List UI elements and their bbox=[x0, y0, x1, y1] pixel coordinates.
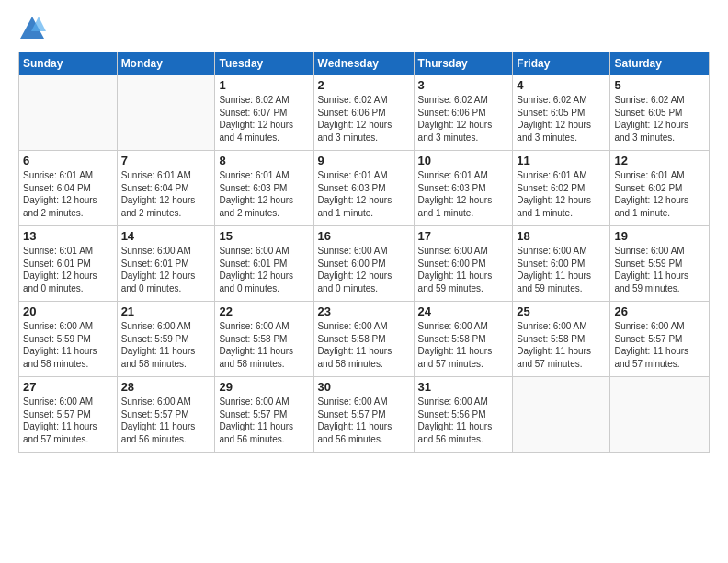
calendar-cell bbox=[513, 377, 610, 453]
calendar-week-1: 1Sunrise: 6:02 AM Sunset: 6:07 PM Daylig… bbox=[19, 75, 710, 151]
calendar-week-3: 13Sunrise: 6:01 AM Sunset: 6:01 PM Dayli… bbox=[19, 226, 710, 302]
day-header-sunday: Sunday bbox=[19, 52, 118, 75]
calendar-cell: 27Sunrise: 6:00 AM Sunset: 5:57 PM Dayli… bbox=[19, 377, 118, 453]
calendar-cell: 25Sunrise: 6:00 AM Sunset: 5:58 PM Dayli… bbox=[513, 302, 610, 377]
cell-day-number: 18 bbox=[517, 229, 606, 243]
cell-day-number: 7 bbox=[121, 154, 211, 167]
cell-sun-info: Sunrise: 6:02 AM Sunset: 6:06 PM Dayligh… bbox=[318, 94, 410, 144]
cell-day-number: 23 bbox=[318, 304, 410, 318]
cell-sun-info: Sunrise: 6:01 AM Sunset: 6:03 PM Dayligh… bbox=[318, 169, 410, 219]
cell-sun-info: Sunrise: 6:00 AM Sunset: 5:58 PM Dayligh… bbox=[517, 320, 606, 370]
day-header-wednesday: Wednesday bbox=[313, 52, 414, 75]
cell-day-number: 11 bbox=[517, 154, 606, 167]
cell-day-number: 9 bbox=[318, 154, 410, 167]
cell-sun-info: Sunrise: 6:00 AM Sunset: 5:59 PM Dayligh… bbox=[121, 320, 211, 370]
cell-day-number: 10 bbox=[418, 154, 509, 167]
cell-sun-info: Sunrise: 6:00 AM Sunset: 6:00 PM Dayligh… bbox=[517, 245, 606, 294]
calendar-cell: 2Sunrise: 6:02 AM Sunset: 6:06 PM Daylig… bbox=[313, 75, 414, 151]
calendar-table: SundayMondayTuesdayWednesdayThursdayFrid… bbox=[18, 52, 710, 453]
cell-sun-info: Sunrise: 6:01 AM Sunset: 6:02 PM Dayligh… bbox=[517, 169, 606, 219]
cell-sun-info: Sunrise: 6:02 AM Sunset: 6:07 PM Dayligh… bbox=[219, 94, 309, 144]
calendar-cell: 6Sunrise: 6:01 AM Sunset: 6:04 PM Daylig… bbox=[19, 151, 118, 226]
cell-sun-info: Sunrise: 6:01 AM Sunset: 6:02 PM Dayligh… bbox=[614, 169, 705, 219]
calendar-cell: 9Sunrise: 6:01 AM Sunset: 6:03 PM Daylig… bbox=[313, 151, 414, 226]
cell-day-number: 26 bbox=[614, 304, 705, 318]
cell-day-number: 20 bbox=[23, 304, 113, 318]
cell-sun-info: Sunrise: 6:02 AM Sunset: 6:06 PM Dayligh… bbox=[418, 94, 509, 144]
calendar-cell: 13Sunrise: 6:01 AM Sunset: 6:01 PM Dayli… bbox=[19, 226, 118, 302]
calendar-cell: 7Sunrise: 6:01 AM Sunset: 6:04 PM Daylig… bbox=[117, 151, 215, 226]
cell-sun-info: Sunrise: 6:00 AM Sunset: 5:56 PM Dayligh… bbox=[418, 396, 509, 445]
calendar-cell: 18Sunrise: 6:00 AM Sunset: 6:00 PM Dayli… bbox=[513, 226, 610, 302]
calendar-cell: 15Sunrise: 6:00 AM Sunset: 6:01 PM Dayli… bbox=[215, 226, 313, 302]
calendar-cell: 23Sunrise: 6:00 AM Sunset: 5:58 PM Dayli… bbox=[313, 302, 414, 377]
cell-day-number: 21 bbox=[121, 304, 211, 318]
calendar-cell: 12Sunrise: 6:01 AM Sunset: 6:02 PM Dayli… bbox=[610, 151, 710, 226]
cell-day-number: 8 bbox=[219, 154, 309, 167]
cell-day-number: 1 bbox=[219, 78, 309, 92]
calendar-cell: 10Sunrise: 6:01 AM Sunset: 6:03 PM Dayli… bbox=[414, 151, 513, 226]
calendar-cell: 16Sunrise: 6:00 AM Sunset: 6:00 PM Dayli… bbox=[313, 226, 414, 302]
day-header-saturday: Saturday bbox=[610, 52, 710, 75]
calendar-cell: 1Sunrise: 6:02 AM Sunset: 6:07 PM Daylig… bbox=[215, 75, 313, 151]
page: SundayMondayTuesdayWednesdayThursdayFrid… bbox=[0, 0, 728, 462]
cell-sun-info: Sunrise: 6:00 AM Sunset: 5:57 PM Dayligh… bbox=[121, 396, 211, 445]
cell-sun-info: Sunrise: 6:01 AM Sunset: 6:01 PM Dayligh… bbox=[23, 245, 113, 294]
cell-day-number: 12 bbox=[614, 154, 705, 167]
cell-day-number: 4 bbox=[517, 78, 606, 92]
cell-sun-info: Sunrise: 6:00 AM Sunset: 5:58 PM Dayligh… bbox=[318, 320, 410, 370]
calendar-cell: 4Sunrise: 6:02 AM Sunset: 6:05 PM Daylig… bbox=[513, 75, 610, 151]
cell-day-number: 29 bbox=[219, 380, 309, 394]
cell-day-number: 17 bbox=[418, 229, 509, 243]
cell-sun-info: Sunrise: 6:00 AM Sunset: 6:00 PM Dayligh… bbox=[418, 245, 509, 294]
calendar-cell: 30Sunrise: 6:00 AM Sunset: 5:57 PM Dayli… bbox=[313, 377, 414, 453]
cell-sun-info: Sunrise: 6:00 AM Sunset: 5:57 PM Dayligh… bbox=[318, 396, 410, 445]
cell-sun-info: Sunrise: 6:00 AM Sunset: 5:59 PM Dayligh… bbox=[23, 320, 113, 370]
calendar-cell: 11Sunrise: 6:01 AM Sunset: 6:02 PM Dayli… bbox=[513, 151, 610, 226]
cell-day-number: 2 bbox=[318, 78, 410, 92]
day-header-tuesday: Tuesday bbox=[215, 52, 313, 75]
cell-day-number: 13 bbox=[23, 229, 113, 243]
cell-sun-info: Sunrise: 6:00 AM Sunset: 5:58 PM Dayligh… bbox=[219, 320, 309, 370]
calendar-cell bbox=[117, 75, 215, 151]
cell-day-number: 30 bbox=[318, 380, 410, 394]
cell-sun-info: Sunrise: 6:02 AM Sunset: 6:05 PM Dayligh… bbox=[517, 94, 606, 144]
calendar-cell bbox=[19, 75, 118, 151]
calendar-cell: 22Sunrise: 6:00 AM Sunset: 5:58 PM Dayli… bbox=[215, 302, 313, 377]
calendar-cell bbox=[610, 377, 710, 453]
header bbox=[18, 15, 710, 42]
cell-day-number: 27 bbox=[23, 380, 113, 394]
calendar-week-4: 20Sunrise: 6:00 AM Sunset: 5:59 PM Dayli… bbox=[19, 302, 710, 377]
cell-sun-info: Sunrise: 6:00 AM Sunset: 5:57 PM Dayligh… bbox=[23, 396, 113, 445]
cell-day-number: 15 bbox=[219, 229, 309, 243]
cell-day-number: 24 bbox=[418, 304, 509, 318]
calendar-cell: 3Sunrise: 6:02 AM Sunset: 6:06 PM Daylig… bbox=[414, 75, 513, 151]
cell-day-number: 22 bbox=[219, 304, 309, 318]
calendar-body: 1Sunrise: 6:02 AM Sunset: 6:07 PM Daylig… bbox=[19, 75, 710, 453]
cell-day-number: 6 bbox=[23, 154, 113, 167]
logo-icon bbox=[18, 15, 46, 42]
calendar-cell: 5Sunrise: 6:02 AM Sunset: 6:05 PM Daylig… bbox=[610, 75, 710, 151]
cell-sun-info: Sunrise: 6:01 AM Sunset: 6:04 PM Dayligh… bbox=[121, 169, 211, 219]
calendar-cell: 8Sunrise: 6:01 AM Sunset: 6:03 PM Daylig… bbox=[215, 151, 313, 226]
cell-sun-info: Sunrise: 6:00 AM Sunset: 5:57 PM Dayligh… bbox=[614, 320, 705, 370]
cell-day-number: 16 bbox=[318, 229, 410, 243]
calendar-cell: 20Sunrise: 6:00 AM Sunset: 5:59 PM Dayli… bbox=[19, 302, 118, 377]
day-header-thursday: Thursday bbox=[414, 52, 513, 75]
calendar-cell: 14Sunrise: 6:00 AM Sunset: 6:01 PM Dayli… bbox=[117, 226, 215, 302]
calendar-cell: 21Sunrise: 6:00 AM Sunset: 5:59 PM Dayli… bbox=[117, 302, 215, 377]
calendar-header: SundayMondayTuesdayWednesdayThursdayFrid… bbox=[19, 52, 710, 75]
day-header-friday: Friday bbox=[513, 52, 610, 75]
cell-day-number: 19 bbox=[614, 229, 705, 243]
cell-sun-info: Sunrise: 6:00 AM Sunset: 5:59 PM Dayligh… bbox=[614, 245, 705, 294]
calendar-cell: 19Sunrise: 6:00 AM Sunset: 5:59 PM Dayli… bbox=[610, 226, 710, 302]
calendar-cell: 24Sunrise: 6:00 AM Sunset: 5:58 PM Dayli… bbox=[414, 302, 513, 377]
day-header-monday: Monday bbox=[117, 52, 215, 75]
cell-day-number: 28 bbox=[121, 380, 211, 394]
cell-sun-info: Sunrise: 6:00 AM Sunset: 6:01 PM Dayligh… bbox=[219, 245, 309, 294]
cell-sun-info: Sunrise: 6:01 AM Sunset: 6:03 PM Dayligh… bbox=[219, 169, 309, 219]
cell-sun-info: Sunrise: 6:00 AM Sunset: 6:01 PM Dayligh… bbox=[121, 245, 211, 294]
cell-day-number: 25 bbox=[517, 304, 606, 318]
cell-sun-info: Sunrise: 6:00 AM Sunset: 6:00 PM Dayligh… bbox=[318, 245, 410, 294]
cell-day-number: 31 bbox=[418, 380, 509, 394]
